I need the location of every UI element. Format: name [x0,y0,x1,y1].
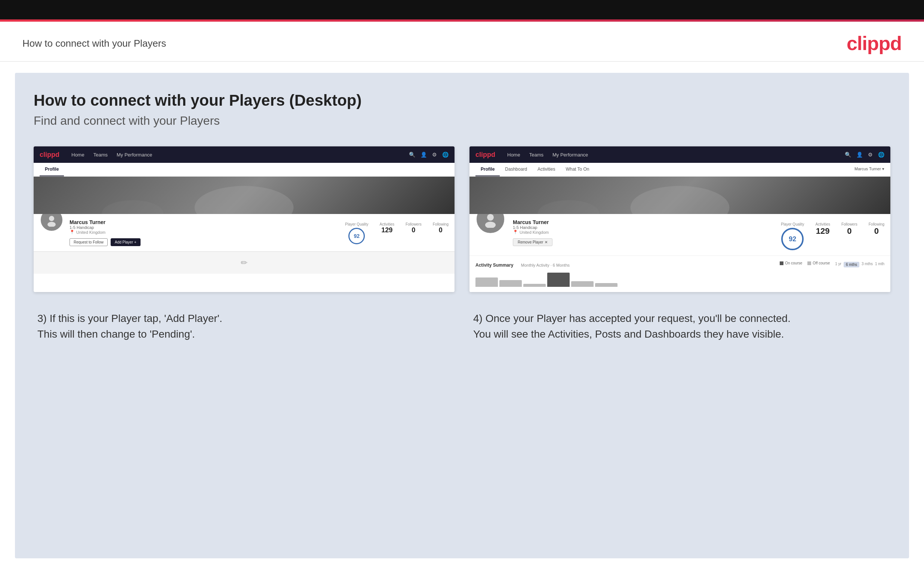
user-icon-right[interactable]: 👤 [856,152,863,158]
nav-item-home-left[interactable]: Home [71,152,84,158]
tab-profile-right[interactable]: Profile [475,163,500,176]
scroll-area-left: ✏ [34,251,454,274]
main-subtitle: Find and connect with your Players [34,114,890,128]
followers-value-right: 0 [842,226,858,236]
quality-left: Player Quality 92 [345,222,368,244]
quality-label-left: Player Quality [345,222,368,226]
tab-profile-left[interactable]: Profile [40,163,64,176]
quality-circle-left: 92 [348,228,365,244]
stat-following-left: Following 0 [433,222,449,244]
nav-icons-right: 🔍 👤 ⚙ 🌐 [845,152,884,158]
description-text-right: 4) Once your Player has accepted your re… [473,311,887,342]
tab-activities-right[interactable]: Activities [532,163,560,176]
stat-activities-right: Activities 129 [816,222,830,250]
search-icon-right[interactable]: 🔍 [845,152,851,158]
quality-circle-right: 92 [781,228,804,250]
svg-point-0 [49,216,54,221]
following-label-left: Following [433,222,449,226]
nav-item-home-right[interactable]: Home [507,152,520,158]
location-icon: 📍 [69,230,75,235]
header: How to connect with your Players clippd [0,22,924,61]
nav-item-teams-right[interactable]: Teams [529,152,543,158]
user-icon[interactable]: 👤 [420,152,427,158]
filter-1mth[interactable]: 1 mth [875,262,884,268]
activities-value-left: 129 [380,226,394,234]
filter-1yr[interactable]: 1 yr [835,262,842,268]
profile-content-left: Marcus Turner 1-5 Handicap 📍 United King… [34,214,454,251]
player-handicap-right: 1-5 Handicap [513,225,767,230]
nav-icons-left: 🔍 👤 ⚙ 🌐 [409,152,449,158]
chart-bar-4 [547,272,570,287]
banner-left [34,177,454,214]
player-country-right: 📍 United Kingdom [513,230,767,235]
legend-dot-oncourse [780,261,783,265]
legend-dot-offcourse [808,261,811,265]
footer: Copyright Clippd 2022 [0,569,924,577]
tab-dashboard-right[interactable]: Dashboard [500,163,532,176]
quality-right: Player Quality 92 [781,222,804,250]
screenshot-right: clippd Home Teams My Performance 🔍 👤 ⚙ 🌐… [470,147,890,292]
remove-player-button[interactable]: Remove Player ✕ [513,238,552,246]
followers-label-right: Followers [842,222,858,226]
player-selector[interactable]: Marcus Turner ▾ [855,163,884,176]
settings-icon[interactable]: ⚙ [432,152,437,158]
globe-icon[interactable]: 🌐 [442,152,449,158]
nav-item-myperformance-left[interactable]: My Performance [116,152,152,158]
search-icon[interactable]: 🔍 [409,152,415,158]
screenshot-left: clippd Home Teams My Performance 🔍 👤 ⚙ 🌐… [34,147,454,292]
top-bar [0,0,924,19]
following-label-right: Following [869,222,884,226]
request-follow-button[interactable]: Request to Follow [69,238,108,246]
settings-icon-right[interactable]: ⚙ [868,152,873,158]
logo: clippd [846,32,901,55]
quality-label-right: Player Quality [781,222,804,226]
mock-nav-left: clippd Home Teams My Performance 🔍 👤 ⚙ 🌐 [34,147,454,163]
svg-point-3 [485,221,496,228]
stat-following-right: Following 0 [869,222,884,250]
main-content: How to connect with your Players (Deskto… [15,73,909,558]
legend: On course Off course [780,261,830,265]
followers-value-left: 0 [405,226,422,234]
filter-6mths[interactable]: 6 mths [844,262,859,268]
activity-controls: On course Off course 1 yr 6 mths 3 mths [780,261,884,268]
player-buttons-left: Request to Follow Add Player + [69,238,333,246]
nav-item-teams-left[interactable]: Teams [94,152,108,158]
player-name-right: Marcus Turner [513,219,767,225]
chart-bar-6 [595,283,617,287]
descriptions-row: 3) If this is your Player tap, 'Add Play… [34,311,890,342]
following-value-right: 0 [869,226,884,236]
player-name-left: Marcus Turner [69,219,333,225]
plus-icon: + [134,240,136,244]
mock-logo-left: clippd [40,151,60,159]
filter-3mths[interactable]: 3 mths [862,262,873,268]
following-value-left: 0 [433,226,449,234]
activity-chart [475,272,884,287]
description-right: 4) Once your Player has accepted your re… [470,311,890,342]
player-handicap-left: 1-5 Handicap [69,225,333,230]
stat-activities-left: Activities 129 [380,222,394,244]
profile-content-right: Marcus Turner 1-5 Handicap 📍 United King… [470,214,890,255]
globe-icon-right[interactable]: 🌐 [878,152,884,158]
mock-nav-right: clippd Home Teams My Performance 🔍 👤 ⚙ 🌐 [470,147,890,163]
description-text-left: 3) If this is your Player tap, 'Add Play… [37,311,451,342]
activities-label-left: Activities [380,222,394,226]
stats-right: Player Quality 92 Activities 129 Followe… [781,219,884,250]
mock-logo-right: clippd [475,151,495,159]
activity-subtitle: Monthly Activity · 6 Months [521,263,570,268]
add-player-button[interactable]: Add Player + [111,238,141,246]
legend-oncourse: On course [780,261,802,265]
mock-tabs-right: Profile Dashboard Activities What To On … [470,163,890,177]
time-filters: 1 yr 6 mths 3 mths 1 mth [835,262,884,268]
svg-point-2 [487,214,494,221]
followers-label-left: Followers [405,222,422,226]
header-title: How to connect with your Players [23,38,166,49]
tab-whattoon-right[interactable]: What To On [560,163,594,176]
banner-overlay-right [470,177,890,214]
activities-label-right: Activities [816,222,830,226]
mock-tabs-left: Profile [34,163,454,177]
banner-right [470,177,890,214]
screenshots-row: clippd Home Teams My Performance 🔍 👤 ⚙ 🌐… [34,147,890,292]
remove-player-container: Remove Player ✕ [513,238,767,246]
nav-item-myperformance-right[interactable]: My Performance [552,152,588,158]
main-title: How to connect with your Players (Deskto… [34,92,890,110]
